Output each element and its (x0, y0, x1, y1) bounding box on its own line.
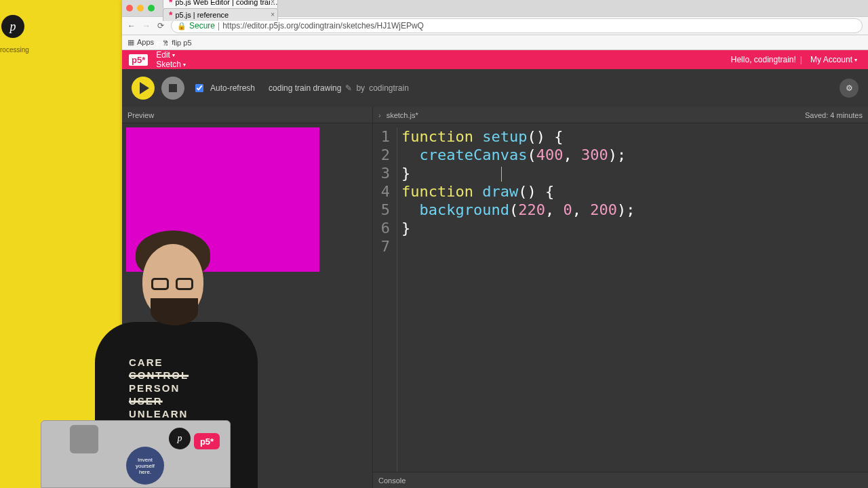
lock-icon: 🔒 (177, 22, 186, 30)
line-gutter: 1234567 (373, 127, 397, 472)
reload-button[interactable]: ⟳ (157, 21, 164, 30)
auto-refresh-checkbox[interactable] (195, 84, 203, 92)
favicon-icon: * (169, 0, 172, 5)
sidebar-toggle[interactable]: › (378, 111, 381, 119)
code-panel: › sketch.js* Saved: 4 minutes 1234567 fu… (373, 107, 868, 488)
auto-refresh-label: Auto-refresh (210, 83, 255, 93)
favicon-icon: * (169, 12, 172, 18)
preview-header: Preview (122, 107, 372, 123)
code-editor[interactable]: 1234567 function setup() { createCanvas(… (373, 123, 868, 472)
author-name[interactable]: codingtrain (369, 83, 409, 93)
console-header[interactable]: Console (373, 472, 868, 488)
sketch-name[interactable]: coding train drawing (269, 83, 341, 93)
pencil-icon[interactable]: ✎ (345, 83, 352, 93)
bookmark-bar: Apps 🗎 flip p5 (122, 35, 868, 50)
zoom-window-icon[interactable] (148, 5, 155, 12)
browser-tab-bar: *p5.js Web Editor | coding trai…×*p5.js … (122, 0, 868, 16)
file-tab[interactable]: sketch.js* (387, 111, 418, 119)
minimize-window-icon[interactable] (137, 5, 144, 12)
main-area: Preview › sketch.js* Saved: 4 minutes 12… (122, 107, 868, 488)
my-account-menu[interactable]: My Account▾ (806, 55, 861, 64)
menu-edit[interactable]: Edit▾ (152, 50, 227, 60)
settings-button[interactable]: ⚙ (840, 79, 859, 98)
back-button[interactable]: ← (127, 21, 136, 30)
gear-icon: ⚙ (846, 83, 853, 93)
author-prefix: by (356, 83, 365, 93)
browser-window: *p5.js Web Editor | coding trai…×*p5.js … (122, 0, 868, 488)
saved-status: Saved: 4 minutes (805, 111, 863, 119)
toolbar: Auto-refresh coding train drawing ✎ by c… (122, 69, 868, 107)
preview-panel: Preview (122, 107, 373, 488)
close-tab-icon[interactable]: × (271, 11, 275, 18)
app-header: p5* File▾Edit▾Sketch▾Help & Feedback▾ He… (122, 50, 868, 69)
browser-tab[interactable]: *p5.js | reference× (163, 8, 278, 21)
sketch-canvas[interactable] (126, 127, 319, 272)
code-content[interactable]: function setup() { createCanvas(400, 300… (397, 127, 635, 472)
play-button[interactable] (132, 77, 155, 100)
menu-sketch[interactable]: Sketch▾ (152, 60, 227, 69)
stop-button[interactable] (161, 77, 184, 100)
greeting-text: Hello, codingtrain! (731, 55, 796, 64)
close-window-icon[interactable] (126, 5, 133, 12)
p5-logo[interactable]: p5* (129, 54, 148, 66)
processing-logo-icon: p (1, 15, 24, 38)
browser-tab[interactable]: *p5.js Web Editor | coding trai…× (163, 0, 278, 8)
menu-file[interactable]: File▾ (152, 41, 227, 50)
apps-button[interactable]: Apps (127, 38, 154, 47)
close-tab-icon[interactable]: × (271, 0, 275, 5)
forward-button[interactable]: → (142, 21, 151, 30)
secure-label: Secure (189, 21, 215, 30)
url-text: https://editor.p5js.org/codingtrain/sket… (222, 21, 424, 30)
processing-label: rocessing (0, 46, 29, 54)
window-traffic-lights[interactable] (126, 5, 155, 12)
